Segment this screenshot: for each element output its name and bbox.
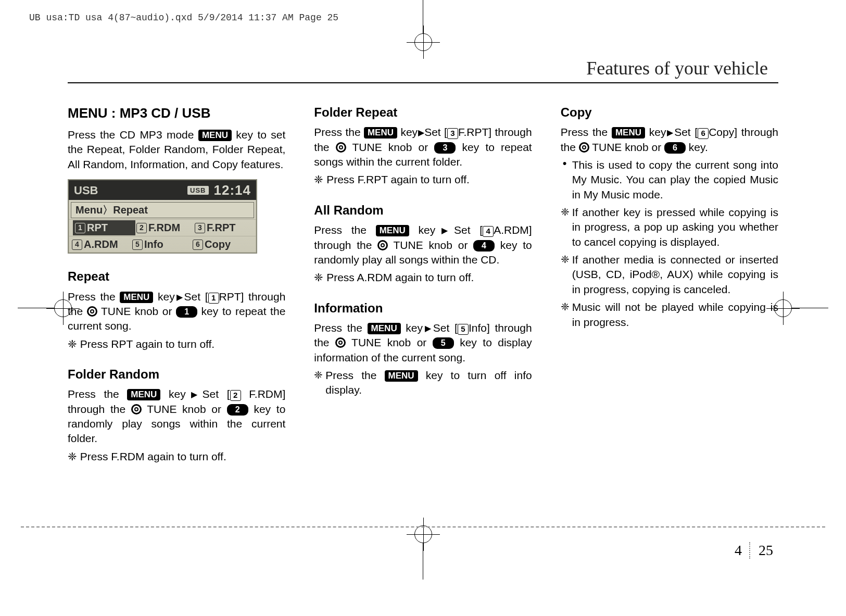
text: key xyxy=(645,126,666,138)
copy-note-3: Music will not be played while copying i… xyxy=(561,300,778,330)
item-label: F.RPT xyxy=(207,221,236,235)
information-body: Press the MENU key▶Set [5Info] through t… xyxy=(314,321,532,365)
copy-note-2: If another media is connected or inserte… xyxy=(561,253,778,297)
screen-item-frpt: 3F.RPT xyxy=(195,221,253,235)
repeat-body: Press the MENU key▶Set [1RPT] through th… xyxy=(68,290,285,334)
text: Press the xyxy=(68,388,127,400)
text: TUNE knob or xyxy=(97,305,176,317)
text: TUNE knob or xyxy=(142,403,227,415)
circled-3: 3 xyxy=(447,128,458,139)
text: Set [ xyxy=(424,126,447,138)
column-1: MENU : MP3 CD / USB Press the CD MP3 mod… xyxy=(68,104,285,467)
footer-dashed-line xyxy=(21,526,825,527)
folder-repeat-title: Folder Repeat xyxy=(314,104,532,121)
item-label: A.RDM xyxy=(84,237,118,252)
item-num: 4 xyxy=(72,240,82,250)
triangle-icon: ▶ xyxy=(435,226,454,235)
text: TUNE knob or xyxy=(589,141,664,153)
triangle-icon: ▶ xyxy=(186,390,203,399)
text: key xyxy=(409,224,435,236)
item-label: RPT xyxy=(87,221,108,235)
page-major: 4 xyxy=(735,542,742,559)
information-note: Press the MENU key to turn off info disp… xyxy=(314,368,532,398)
tune-knob-icon xyxy=(87,306,97,317)
item-num: 6 xyxy=(193,240,203,250)
circled-1: 1 xyxy=(208,293,219,304)
circled-6: 6 xyxy=(698,128,709,139)
text: TUNE knob or xyxy=(346,336,433,348)
tune-knob-icon xyxy=(579,142,589,153)
item-label: Copy xyxy=(205,237,231,252)
screen-item-copy: 6Copy xyxy=(193,237,253,252)
copy-bullet-1: This is used to copy the current song in… xyxy=(561,158,778,202)
screen-breadcrumb: Menu〉Repeat xyxy=(71,202,254,218)
registration-mark-bottom xyxy=(414,525,432,580)
menu-screen: USB USB 12:14 Menu〉Repeat 1RPT 2F.RDM 3F… xyxy=(68,179,257,254)
menu-key: MENU xyxy=(198,130,232,141)
registration-mark-right xyxy=(774,299,828,317)
registration-mark-top xyxy=(414,0,432,51)
copy-bullets: This is used to copy the current song in… xyxy=(561,158,778,202)
screen-title: USB xyxy=(74,183,98,198)
tune-knob-icon xyxy=(377,240,388,250)
repeat-note: ❈ Press RPT again to turn off. xyxy=(68,337,285,351)
screen-item-ardm: 4A.RDM xyxy=(72,237,132,252)
all-random-note: ❈ Press A.RDM again to turn off. xyxy=(314,270,532,285)
folder-repeat-note: ❈ Press F.RPT again to turn off. xyxy=(314,172,532,187)
screen-row-2: 4A.RDM 5Info 6Copy xyxy=(69,236,256,253)
item-num: 1 xyxy=(75,223,85,233)
text: TUNE knob or xyxy=(388,239,473,251)
key-1: 1 xyxy=(176,306,197,318)
tune-knob-icon xyxy=(336,142,346,153)
text: key xyxy=(153,291,174,303)
menu-key: MENU xyxy=(127,389,160,400)
copy-notes: If another key is pressed while copying … xyxy=(561,205,778,330)
triangle-icon: ▶ xyxy=(175,293,184,301)
key-3: 3 xyxy=(434,142,456,154)
column-3: Copy Press the MENU key▶Set [6Copy] thro… xyxy=(561,104,778,467)
information-title: Information xyxy=(314,300,532,317)
screen-titlebar: USB USB 12:14 xyxy=(69,180,256,200)
triangle-icon: ▶ xyxy=(418,128,424,137)
text: Press the CD MP3 mode xyxy=(68,129,198,141)
folder-random-title: Folder Random xyxy=(68,366,285,383)
column-2: Folder Repeat Press the MENU key▶Set [3F… xyxy=(314,104,532,467)
item-num: 3 xyxy=(195,223,205,233)
text: Press the xyxy=(314,224,375,236)
screen-row-1: 1RPT 2F.RDM 3F.RPT xyxy=(69,219,256,236)
key-4: 4 xyxy=(473,240,495,252)
folder-random-note: ❈ Press F.RDM again to turn off. xyxy=(68,449,285,464)
item-num: 5 xyxy=(132,240,143,250)
menu-key: MENU xyxy=(368,323,401,334)
circled-5: 5 xyxy=(458,324,469,335)
item-label: F.RDM xyxy=(148,221,180,235)
triangle-icon: ▶ xyxy=(423,324,433,333)
text: Set [ xyxy=(184,291,208,303)
menu-key: MENU xyxy=(376,225,409,236)
text: Press the xyxy=(68,291,120,303)
item-label: Info xyxy=(144,237,163,252)
repeat-title: Repeat xyxy=(68,268,285,285)
chapter-rule xyxy=(68,82,778,83)
tune-knob-icon xyxy=(131,404,142,414)
text: Press the xyxy=(561,126,612,138)
tune-knob-icon xyxy=(335,337,346,348)
key-5: 5 xyxy=(433,337,454,349)
menu-key: MENU xyxy=(120,292,153,303)
text: TUNE knob or xyxy=(346,141,435,153)
page-number: 4 25 xyxy=(735,542,773,559)
page-content: MENU : MP3 CD / USB Press the CD MP3 mod… xyxy=(68,104,778,467)
text: Press the xyxy=(314,322,367,334)
screen-item-info: 5Info xyxy=(132,237,193,252)
text: key xyxy=(397,126,418,138)
menu-key: MENU xyxy=(364,127,397,139)
folder-repeat-body: Press the MENU key▶Set [3F.RPT] through … xyxy=(314,125,532,169)
registration-mark-left xyxy=(18,299,72,317)
text: key xyxy=(160,388,185,400)
circled-2: 2 xyxy=(230,390,241,401)
all-random-body: Press the MENU key▶Set [4A.RDM] through … xyxy=(314,223,532,267)
copy-note-1: If another key is pressed while copying … xyxy=(561,205,778,249)
screen-item-frdm: 2F.RDM xyxy=(136,221,195,235)
key-2: 2 xyxy=(227,404,248,416)
key-6: 6 xyxy=(664,142,686,154)
